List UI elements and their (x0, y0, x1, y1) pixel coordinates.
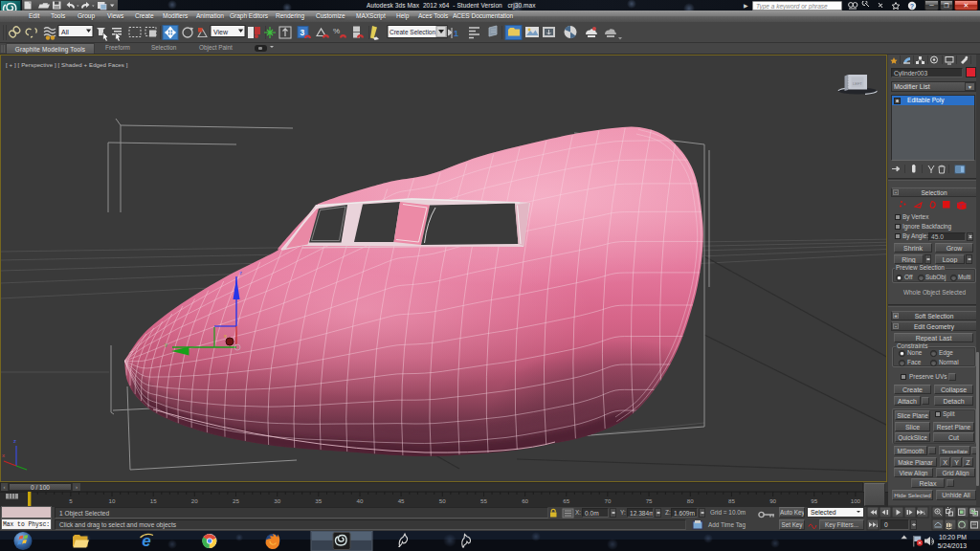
svg-text:25: 25 (233, 497, 239, 504)
svg-text:?: ? (910, 3, 914, 10)
svg-text:95: 95 (811, 497, 817, 504)
svg-text:90: 90 (769, 497, 776, 504)
svg-text:65: 65 (563, 497, 569, 504)
svg-text:80: 80 (687, 497, 694, 504)
svg-text:5: 5 (69, 497, 73, 504)
svg-text:35: 35 (315, 497, 322, 504)
svg-text:20: 20 (191, 497, 198, 504)
svg-text:5/24/2013: 5/24/2013 (938, 542, 967, 549)
svg-text:100: 100 (851, 497, 861, 504)
svg-text:75: 75 (646, 497, 653, 504)
svg-text:10: 10 (109, 497, 116, 504)
svg-text:60: 60 (522, 497, 528, 504)
svg-text:40: 40 (357, 497, 364, 504)
svg-text:85: 85 (728, 497, 735, 504)
svg-text:10:20 PM: 10:20 PM (939, 534, 967, 540)
svg-text:55: 55 (480, 497, 487, 504)
svg-text:70: 70 (604, 497, 611, 504)
svg-text:45: 45 (398, 497, 405, 504)
svg-text:50: 50 (439, 497, 446, 504)
svg-text:30: 30 (274, 497, 280, 504)
svg-text:15: 15 (150, 497, 157, 504)
